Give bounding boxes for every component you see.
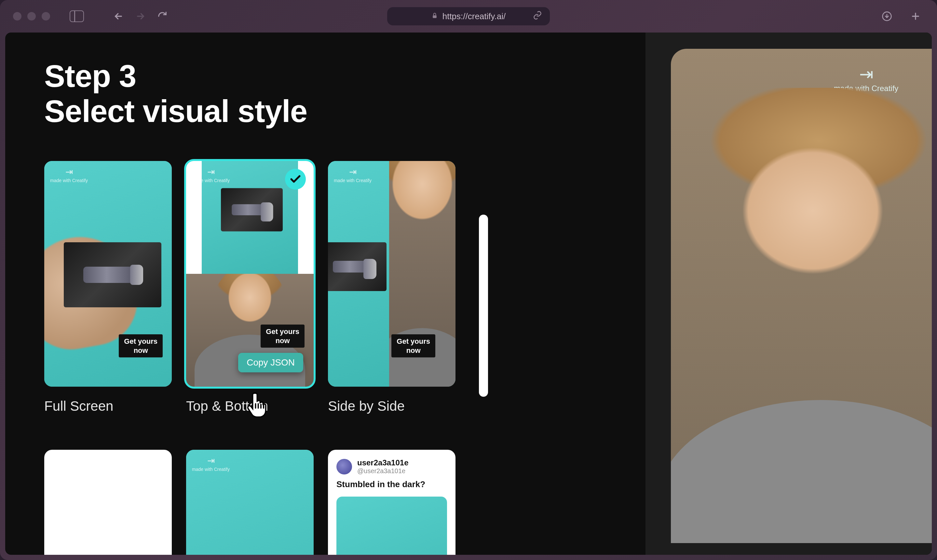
tweet-avatar [336, 459, 352, 474]
creatify-logo-icon: ⇥ [859, 66, 873, 83]
style-label: Side by Side [328, 398, 456, 414]
style-card-side-by-side[interactable]: ⇥ made with Creatify Get yours now [328, 161, 456, 387]
main-panel: Step 3 Select visual style ⇥ made with C… [5, 32, 646, 555]
svg-rect-0 [433, 15, 437, 18]
minimize-window-button[interactable] [27, 12, 36, 20]
tweet-handle: @user2a3a101e [357, 467, 408, 475]
cta-text: Get yours now [260, 325, 305, 348]
style-card-blank[interactable] [44, 450, 172, 555]
style-card-full-screen[interactable]: ⇥ made with Creatify Get yours now [44, 161, 172, 387]
cta-text: Get yours now [119, 334, 163, 357]
preview-card: ⇥ made with Creatify ar [671, 49, 932, 543]
style-card-tweet[interactable]: user2a3a101e @user2a3a101e Stumbled in t… [328, 450, 456, 555]
scrollbar-thumb[interactable] [479, 215, 488, 397]
style-grid: ⇥ made with Creatify Get yours now Full … [44, 161, 613, 555]
browser-title-bar: https://creatify.ai/ [0, 0, 937, 32]
reload-button[interactable] [157, 11, 167, 21]
style-card-top-bottom[interactable]: ⇥ made with Creatify Get yours n [186, 161, 314, 387]
share-link-icon[interactable] [533, 11, 542, 22]
preview-panel: ⇥ made with Creatify ar [646, 32, 932, 555]
browser-right-icons [882, 11, 921, 22]
style-option-full-screen[interactable]: ⇥ made with Creatify Get yours now Full … [44, 161, 172, 414]
new-tab-icon[interactable] [910, 11, 921, 22]
lock-icon [432, 11, 437, 22]
creatify-watermark: ⇥ made with Creatify [50, 168, 88, 183]
creatify-logo-icon: ⇥ [349, 168, 356, 177]
downloads-icon[interactable] [882, 11, 892, 22]
page-title: Select visual style [44, 94, 307, 128]
back-button[interactable] [113, 11, 123, 22]
url-text: https://creatify.ai/ [442, 11, 506, 22]
tweet-username: user2a3a101e [357, 458, 408, 467]
style-option-row2-3[interactable]: user2a3a101e @user2a3a101e Stumbled in t… [328, 450, 456, 555]
style-label: Top & Bottom [186, 398, 314, 414]
style-option-side-by-side[interactable]: ⇥ made with Creatify Get yours now Side … [328, 161, 456, 414]
creatify-logo-icon: ⇥ [207, 168, 214, 177]
window-controls [13, 12, 50, 20]
style-card-teal[interactable]: ⇥ made with Creatify [186, 450, 314, 555]
sidebar-toggle-icon[interactable] [69, 11, 84, 22]
nav-arrows [113, 11, 167, 22]
page-viewport: Step 3 Select visual style ⇥ made with C… [5, 32, 932, 555]
page-heading: Step 3 Select visual style [44, 58, 613, 128]
style-label: Full Screen [44, 398, 172, 414]
creatify-logo-icon: ⇥ [65, 168, 72, 177]
address-bar[interactable]: https://creatify.ai/ [387, 7, 550, 25]
creatify-watermark: ⇥ made with Creatify [192, 456, 230, 472]
creatify-watermark: ⇥ made with Creatify [192, 168, 230, 183]
maximize-window-button[interactable] [42, 12, 50, 20]
style-option-row2-1[interactable] [44, 450, 172, 555]
style-option-row2-2[interactable]: ⇥ made with Creatify [186, 450, 314, 555]
style-option-top-bottom[interactable]: ⇥ made with Creatify Get yours n [186, 161, 314, 414]
step-label: Step 3 [44, 58, 136, 93]
close-window-button[interactable] [13, 12, 22, 20]
creatify-watermark: ⇥ made with Creatify [334, 168, 371, 183]
selected-check-icon [285, 169, 306, 189]
tweet-text: Stumbled in the dark? [336, 479, 447, 489]
creatify-logo-icon: ⇥ [207, 456, 214, 465]
forward-button[interactable] [136, 11, 146, 22]
browser-window: https://creatify.ai/ Step 3 Select visua… [0, 0, 937, 560]
cta-text: Get yours now [391, 334, 435, 357]
copy-json-tooltip[interactable]: Copy JSON [238, 353, 303, 372]
